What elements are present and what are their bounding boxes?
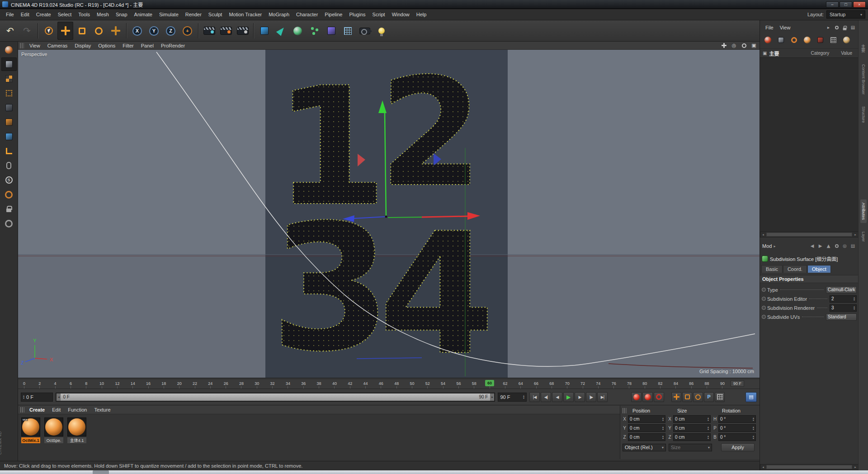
timeline-range-slider[interactable]: ◂ 0 F 90 F ▸ <box>56 393 495 402</box>
viewport-menu-filter[interactable]: Filter <box>119 42 137 49</box>
point-mode-button[interactable] <box>1 86 17 100</box>
viewport-menu-display[interactable]: Display <box>71 42 94 49</box>
menu-render[interactable]: Render <box>182 10 205 19</box>
rotation-h-field[interactable]: 0 °▴▾ <box>718 415 756 423</box>
render-picture-viewer-button[interactable] <box>218 22 234 40</box>
rotate-tool[interactable] <box>91 22 107 40</box>
stepper[interactable]: ▴▾ <box>662 435 664 440</box>
minimize-button[interactable]: – <box>826 1 839 8</box>
last-used-tool[interactable] <box>108 22 123 40</box>
scroll-left-icon[interactable]: ◂ <box>760 465 766 469</box>
menu-plugins[interactable]: Plugins <box>346 10 368 19</box>
viewport-menu-view[interactable]: View <box>26 42 44 49</box>
object-manager-menu-view[interactable]: View <box>777 24 794 31</box>
apply-button[interactable]: Apply <box>721 443 755 451</box>
material-thumbnail[interactable] <box>44 417 63 436</box>
panel-menu-icon[interactable]: ▤ <box>849 243 856 250</box>
search-icon[interactable] <box>833 243 840 250</box>
size-z-field[interactable]: 0 cm▴▾ <box>673 433 711 441</box>
materials-menu-texture[interactable]: Texture <box>90 406 114 413</box>
play-forward-button[interactable]: ▶ <box>563 392 574 402</box>
stepper[interactable]: ▴▾ <box>753 426 754 431</box>
stepper[interactable]: ▴▾ <box>23 395 24 399</box>
menu-file[interactable]: File <box>3 10 17 19</box>
polygon-mode-button[interactable] <box>1 115 17 129</box>
menu-window[interactable]: Window <box>389 10 413 19</box>
autokey-button[interactable] <box>642 392 653 402</box>
checkbox-icon[interactable]: ▣ <box>763 51 767 56</box>
pin-icon[interactable]: ▲ <box>825 243 832 250</box>
prev-frame-button[interactable]: ◀ <box>552 392 562 402</box>
panel-menu-icon[interactable]: ▤ <box>849 24 856 31</box>
zoom-view-icon[interactable]: ◎ <box>730 42 738 49</box>
timeline-layout-button[interactable]: ▤ <box>745 392 757 402</box>
windows-taskbar-edge[interactable] <box>0 470 868 474</box>
live-selection-tool[interactable] <box>41 22 57 40</box>
render-settings-button[interactable] <box>235 22 250 40</box>
material-item[interactable]: OctSpe. <box>44 417 63 443</box>
stepper[interactable]: ▴▾ <box>662 426 664 431</box>
add-subdivision-surface-button[interactable] <box>290 22 306 40</box>
max-frame-field[interactable]: 90 F ▴▾ <box>498 393 527 402</box>
viewport-menu-options[interactable]: Options <box>94 42 119 49</box>
stepper[interactable]: ▴▾ <box>523 395 524 399</box>
nav-back-icon[interactable]: ◀ <box>809 243 816 250</box>
stepper[interactable]: ▴▾ <box>708 417 709 422</box>
material-thumbnail[interactable] <box>67 417 86 436</box>
scale-tool[interactable] <box>74 22 90 40</box>
menu-sculpt[interactable]: Sculpt <box>205 10 226 19</box>
menu-help[interactable]: Help <box>413 10 430 19</box>
size-y-field[interactable]: 0 cm▴▾ <box>673 424 711 432</box>
stepper[interactable]: ▴▾ <box>753 417 754 422</box>
menu-mograph[interactable]: MoGraph <box>265 10 292 19</box>
subdivision-renderer-spinner[interactable]: 3▴▾ <box>830 304 857 312</box>
om-package-icon[interactable] <box>814 34 826 46</box>
range-bar[interactable]: 0 F 90 F <box>61 393 490 401</box>
menu-script[interactable]: Script <box>369 10 388 19</box>
position-x-field[interactable]: 0 cm▴▾ <box>628 415 665 423</box>
rotate-view-icon[interactable] <box>740 42 748 49</box>
add-array-button[interactable] <box>307 22 322 40</box>
make-editable-button[interactable] <box>1 43 17 57</box>
record-settings-button[interactable] <box>654 392 664 402</box>
material-item[interactable]: 主体4.1 <box>67 417 86 443</box>
snap-toggle-button[interactable]: S <box>1 173 17 187</box>
horizontal-scrollbar[interactable]: ◂ ▸ <box>760 464 859 470</box>
range-end-handle[interactable]: ▸ <box>490 393 494 401</box>
render-view-button[interactable] <box>201 22 217 40</box>
taskbar-tab[interactable] <box>93 470 109 474</box>
object-tree[interactable] <box>760 57 859 232</box>
attribute-tab-coord[interactable]: Coord. <box>783 265 807 273</box>
stepper[interactable]: ▴▾ <box>753 435 754 440</box>
next-frame-button[interactable]: ▶ <box>575 392 585 402</box>
viewport-solo-button[interactable] <box>1 159 17 172</box>
pan-view-icon[interactable] <box>720 42 728 49</box>
side-tab-layer[interactable]: Layer <box>860 228 867 245</box>
panel-grip[interactable] <box>20 407 24 412</box>
side-tab-main[interactable]: 主要 <box>859 41 867 56</box>
rotation-b-field[interactable]: 0 °▴▾ <box>718 433 756 441</box>
viewport-label[interactable]: Perspective <box>21 52 47 57</box>
panel-grip[interactable] <box>20 43 24 48</box>
menu-simulate[interactable]: Simulate <box>156 10 182 19</box>
menu-edit[interactable]: Edit <box>18 10 33 19</box>
model-mode-button[interactable] <box>1 57 17 71</box>
stepper[interactable]: ▴▾ <box>662 417 664 422</box>
current-frame-field[interactable]: ▴▾ 0 F <box>21 393 53 402</box>
coordinate-system-button[interactable]: + <box>179 22 195 40</box>
attribute-mode-select[interactable]: Mod <box>762 243 772 249</box>
axis-mode-button[interactable] <box>1 144 17 158</box>
materials-menu-edit[interactable]: Edit <box>48 406 64 413</box>
key-scale-toggle[interactable] <box>682 392 692 402</box>
scroll-right-icon[interactable]: ▸ <box>853 233 858 237</box>
move-tool[interactable] <box>57 22 73 40</box>
key-parameter-toggle[interactable]: P <box>704 392 714 402</box>
lock-icon[interactable] <box>841 24 848 31</box>
perspective-viewport[interactable]: 1 1 2 2 3 3 4 4 <box>18 50 760 378</box>
materials-menu-create[interactable]: Create <box>26 406 48 413</box>
stepper[interactable]: ▴▾ <box>708 435 709 440</box>
goto-start-button[interactable]: |◀ <box>529 392 540 402</box>
side-tab-attributes[interactable]: Attributes <box>860 199 867 223</box>
om-texture-ball-icon[interactable] <box>840 34 853 46</box>
subdivide-uvs-dropdown[interactable]: Standard <box>826 313 857 321</box>
